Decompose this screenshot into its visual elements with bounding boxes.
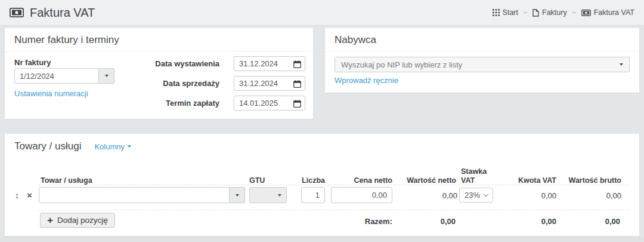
unit-price-net-input[interactable] bbox=[331, 187, 392, 203]
breadcrumb-faktury-label: Faktury bbox=[542, 8, 567, 17]
table-header-divider bbox=[39, 185, 630, 185]
breadcrumb-faktura-vat[interactable]: Faktura VAT bbox=[581, 8, 634, 17]
items-panel-header: Towary / usługi Kolumny bbox=[14, 140, 131, 152]
vat-rate-value: 23% bbox=[465, 191, 484, 200]
add-item-button-label: Dodaj pozycję bbox=[57, 216, 108, 225]
add-item-button[interactable]: + Dodaj pozycję bbox=[40, 213, 115, 228]
value-net-cell: 0,00 bbox=[398, 191, 457, 200]
gtu-select[interactable] bbox=[249, 187, 287, 203]
chevron-down-icon bbox=[484, 192, 488, 197]
chevron-down-icon bbox=[105, 75, 109, 77]
breadcrumb-start[interactable]: Start bbox=[493, 8, 518, 17]
invoice-number-label: Nr faktury bbox=[14, 58, 51, 67]
chevron-down-icon bbox=[620, 63, 623, 66]
bottom-strip bbox=[0, 237, 644, 242]
col-header-unit-price-net: Cena netto bbox=[333, 176, 392, 185]
payment-due-field bbox=[234, 96, 305, 111]
breadcrumb-faktury[interactable]: Faktury bbox=[532, 8, 567, 17]
vat-rate-select[interactable]: 23% bbox=[459, 188, 493, 203]
chevron-down-icon bbox=[278, 194, 281, 197]
breadcrumb-separator bbox=[524, 12, 527, 13]
totals-vat-amount: 0,00 bbox=[497, 217, 556, 226]
sale-date-label: Data sprzedaży bbox=[100, 79, 219, 88]
invoice-number-panel-title: Numer faktury i terminy bbox=[14, 34, 119, 46]
grid-icon bbox=[493, 9, 500, 16]
items-panel-title: Towary / usługi bbox=[14, 140, 81, 152]
buyer-panel: Nabywca Wyszukaj po NIP lub wybierz z li… bbox=[325, 28, 639, 93]
col-header-vat-amount: Kwota VAT bbox=[497, 176, 556, 185]
product-input[interactable] bbox=[39, 187, 230, 203]
invoice-number-group bbox=[14, 68, 114, 84]
col-header-value-gross: Wartość brutto bbox=[562, 176, 621, 185]
drag-handle-icon[interactable]: ↕ bbox=[15, 191, 19, 200]
col-header-vat-rate: Stawka VAT bbox=[461, 167, 492, 185]
calendar-icon[interactable] bbox=[293, 79, 301, 90]
page-title: Faktura VAT bbox=[30, 6, 95, 20]
quantity-input[interactable] bbox=[301, 187, 325, 203]
totals-label: Razem: bbox=[333, 217, 392, 226]
product-select-group bbox=[39, 187, 245, 203]
vat-amount-cell: 0,00 bbox=[497, 191, 556, 200]
banknote-icon bbox=[581, 10, 591, 16]
product-dropdown-button[interactable] bbox=[230, 187, 245, 203]
breadcrumb: Start Faktury Faktura VAT bbox=[493, 8, 634, 17]
col-header-gtu: GTU bbox=[249, 176, 265, 185]
totals-value-gross: 0,00 bbox=[561, 217, 620, 226]
numbering-settings-link[interactable]: Ustawienia numeracji bbox=[14, 89, 88, 98]
payment-due-label: Termin zapłaty bbox=[100, 99, 219, 108]
breadcrumb-start-label: Start bbox=[503, 8, 518, 17]
columns-dropdown-label: Kolumny bbox=[94, 142, 125, 151]
document-icon bbox=[532, 9, 539, 17]
invoice-number-panel: Numer faktury i terminy Nr faktury Ustaw… bbox=[5, 28, 313, 119]
buyer-panel-title: Nabywca bbox=[335, 34, 376, 46]
manual-entry-link[interactable]: Wprowadź ręcznie bbox=[335, 76, 398, 85]
col-header-value-net: Wartość netto bbox=[397, 176, 456, 185]
top-bar: Faktura VAT Start Faktury bbox=[0, 0, 644, 26]
issue-date-label: Data wystawienia bbox=[100, 59, 219, 68]
chevron-down-icon bbox=[128, 145, 131, 148]
invoice-number-input[interactable] bbox=[14, 68, 99, 84]
delete-row-icon[interactable]: × bbox=[27, 191, 32, 200]
chevron-down-icon bbox=[236, 194, 239, 197]
banknote-icon bbox=[10, 8, 24, 17]
items-panel: Towary / usługi Kolumny Towar / usługa G… bbox=[5, 134, 639, 236]
buyer-search-placeholder: Wyszukaj po NIP lub wybierz z listy bbox=[341, 60, 620, 69]
calendar-icon[interactable] bbox=[293, 60, 301, 71]
breadcrumb-faktura-vat-label: Faktura VAT bbox=[594, 8, 634, 17]
value-gross-cell: 0,00 bbox=[562, 191, 621, 200]
totals-value-net: 0,00 bbox=[396, 217, 456, 226]
breadcrumb-separator bbox=[572, 12, 576, 13]
page-title-group: Faktura VAT bbox=[10, 6, 95, 20]
col-header-product: Towar / usługa bbox=[41, 176, 92, 185]
plus-icon: + bbox=[47, 216, 53, 225]
issue-date-field bbox=[234, 56, 305, 71]
sale-date-field bbox=[234, 76, 305, 91]
columns-dropdown-button[interactable]: Kolumny bbox=[94, 142, 131, 151]
col-header-quantity: Liczba bbox=[277, 176, 325, 185]
calendar-icon[interactable] bbox=[293, 99, 301, 110]
table-row-divider bbox=[39, 210, 630, 210]
invoice-number-panel-header: Numer faktury i terminy bbox=[5, 28, 313, 52]
buyer-panel-header: Nabywca bbox=[325, 28, 639, 52]
buyer-search-select[interactable]: Wyszukaj po NIP lub wybierz z listy bbox=[335, 57, 630, 72]
